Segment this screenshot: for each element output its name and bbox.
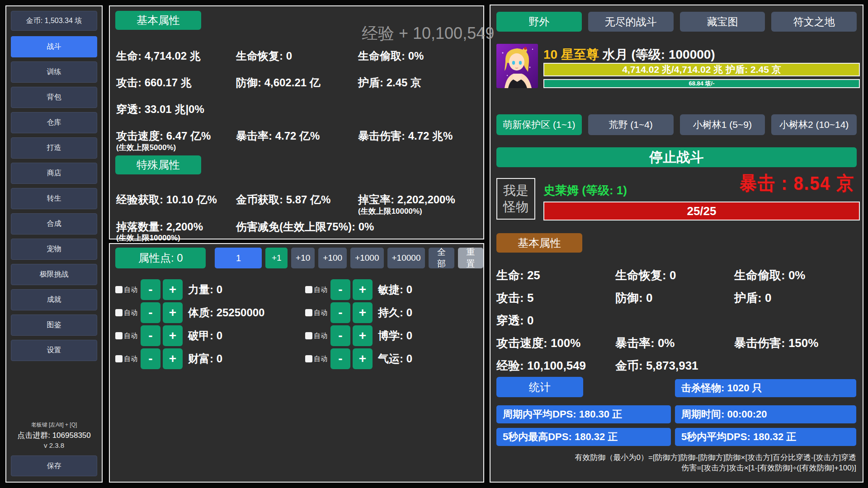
minus-button[interactable]: - <box>141 279 160 300</box>
attribute-points-panel: 属性点: 0 1 +1 +10 +100 +1000 +10000 全部 重置 … <box>109 243 484 483</box>
special-attributes-header-button[interactable]: 特殊属性 <box>115 155 201 174</box>
minus-button[interactable]: - <box>330 325 350 346</box>
sidebar-item-extreme-challenge[interactable]: 极限挑战 <box>11 264 97 285</box>
plus-button[interactable]: + <box>163 325 183 346</box>
amount-plus100-button[interactable]: +100 <box>318 248 347 268</box>
minus-button[interactable]: - <box>330 302 350 323</box>
attr-endurance-value: 持久: 0 <box>378 305 412 320</box>
auto-label: 自动 <box>314 286 327 294</box>
amount-all-button[interactable]: 全部 <box>429 248 454 268</box>
attr-luck-value: 气运: 0 <box>378 352 412 366</box>
auto-checkbox[interactable] <box>115 332 123 339</box>
attr-row-constitution: 自动 - + 体质: 25250000 <box>115 302 305 323</box>
sidebar-item-rebirth[interactable]: 转生 <box>11 188 97 209</box>
auto-label: 自动 <box>124 355 137 363</box>
auto-checkbox[interactable] <box>115 286 123 293</box>
plus-button[interactable]: + <box>163 279 183 300</box>
attr-row-endurance: 自动 - + 持久: 0 <box>305 302 480 323</box>
auto-label: 自动 <box>124 332 137 340</box>
auto-checkbox[interactable] <box>305 286 312 293</box>
max-dps-5s-box: 5秒内最高DPS: 180.32 正 <box>496 428 671 446</box>
attr-row-armor-break: 自动 - + 破甲: 0 <box>115 325 305 346</box>
plus-button[interactable]: + <box>353 325 373 346</box>
sidebar-item-synthesis[interactable]: 合成 <box>11 213 97 235</box>
gold-display: 金币: 1,503.34 垓 <box>11 11 97 31</box>
enemy-stat-crit-damage: 暴击伤害: 150% <box>734 335 818 351</box>
crit-damage-popup: 暴击 : 8.54 京 <box>740 170 854 196</box>
auto-checkbox[interactable] <box>305 332 312 339</box>
location-grove-1[interactable]: 小树林1 (5~9) <box>680 114 765 135</box>
player-exp-bar: 68.84 垓/- <box>543 79 860 88</box>
cycle-time-box: 周期时间: 00:00:20 <box>675 405 856 423</box>
tab-treasure-map[interactable]: 藏宝图 <box>680 12 765 32</box>
amount-plus1000-button[interactable]: +1000 <box>350 248 383 268</box>
points-remaining-label: 属性点: 0 <box>115 248 206 268</box>
statistics-button[interactable]: 统计 <box>496 377 583 397</box>
reset-button[interactable]: 重置 <box>458 248 483 268</box>
player-hp-bar: 4,714.02 兆/4,714.02 兆 护盾: 2.45 京 <box>543 63 860 76</box>
avg-dps-5s-box: 5秒内平均DPS: 180.32 正 <box>675 428 856 446</box>
sidebar-item-pets[interactable]: 宠物 <box>11 239 97 260</box>
amount-plus10-button[interactable]: +10 <box>291 248 315 268</box>
stat-shield: 护盾: 2.45 京 <box>358 75 421 90</box>
location-newbie-zone[interactable]: 萌新保护区 (1~1) <box>496 114 582 135</box>
enemy-name-level: 史莱姆 (等级: 1) <box>543 183 627 198</box>
auto-label: 自动 <box>314 309 327 317</box>
plus-button[interactable]: + <box>353 302 373 323</box>
basic-attributes-header-button[interactable]: 基本属性 <box>115 11 201 30</box>
plus-button[interactable]: + <box>353 348 373 369</box>
attr-row-luck: 自动 - + 气运: 0 <box>305 348 480 369</box>
player-star-rank: 10 星至尊 <box>543 47 599 61</box>
tab-wilderness[interactable]: 野外 <box>496 12 582 32</box>
i-am-monster-button[interactable]: 我是 怪物 <box>496 178 535 220</box>
stat-crit-damage: 暴击伤害: 4.72 兆% <box>358 129 453 143</box>
save-button[interactable]: 保存 <box>11 455 97 476</box>
stat-exp-gain: 经验获取: 10.10 亿% <box>116 192 217 207</box>
sidebar: 金币: 1,503.34 垓 战斗 训练 背包 仓库 打造 商店 转生 合成 宠… <box>5 5 103 483</box>
sidebar-item-achievements[interactable]: 成就 <box>11 289 97 310</box>
amount-1-button[interactable]: 1 <box>215 248 262 268</box>
amount-plus1-button[interactable]: +1 <box>265 248 288 268</box>
sidebar-item-backpack[interactable]: 背包 <box>11 87 97 108</box>
plus-button[interactable]: + <box>353 279 373 300</box>
attr-row-strength: 自动 - + 力量: 0 <box>115 279 305 300</box>
stop-battle-button[interactable]: 停止战斗 <box>496 147 857 167</box>
sidebar-item-collection[interactable]: 图鉴 <box>11 314 97 336</box>
minus-button[interactable]: - <box>141 325 160 346</box>
damage-formula-note: 有效防御（最小为0）=[防御方]防御-[防御方]防御×[攻击方]百分比穿透-[攻… <box>575 453 856 474</box>
sidebar-item-warehouse[interactable]: 仓库 <box>11 112 97 133</box>
enemy-basic-attributes-button[interactable]: 基本属性 <box>496 233 582 253</box>
auto-label: 自动 <box>314 355 327 363</box>
enemy-stat-penetration: 穿透: 0 <box>496 313 533 328</box>
formula-line-2: 伤害=[攻击方]攻击×[1-[有效防御]÷([有效防御]+100)] <box>575 463 856 474</box>
group-join-link[interactable]: 点击进群: 106958350 <box>6 430 102 441</box>
auto-checkbox[interactable] <box>115 355 123 362</box>
tab-endless-battle[interactable]: 无尽的战斗 <box>588 12 674 32</box>
game-root: 经验 + 10,100,549 金币: 1,503.34 垓 战斗 训练 背包 … <box>0 0 868 488</box>
minus-button[interactable]: - <box>330 279 350 300</box>
stat-lifesteal: 生命偷取: 0% <box>358 49 424 63</box>
minus-button[interactable]: - <box>141 302 160 323</box>
auto-checkbox[interactable] <box>115 309 123 316</box>
sidebar-item-forge[interactable]: 打造 <box>11 137 97 159</box>
plus-button[interactable]: + <box>163 348 183 369</box>
location-grove-2[interactable]: 小树林2 (10~14) <box>771 114 857 135</box>
sidebar-item-training[interactable]: 训练 <box>11 61 97 83</box>
sidebar-item-battle[interactable]: 战斗 <box>11 36 97 57</box>
minus-button[interactable]: - <box>330 348 350 369</box>
stat-damage-reduction: 伤害减免(生效上限75%): 0% <box>236 220 374 234</box>
amount-plus10000-button[interactable]: +10000 <box>387 248 425 268</box>
auto-checkbox[interactable] <box>305 309 312 316</box>
plus-button[interactable]: + <box>163 302 183 323</box>
tab-rune-land[interactable]: 符文之地 <box>771 12 857 32</box>
sidebar-item-shop[interactable]: 商店 <box>11 163 97 184</box>
sidebar-item-settings[interactable]: 设置 <box>11 340 97 361</box>
enemy-hp-bar: 25/25 <box>543 202 860 221</box>
enemy-stat-defense: 防御: 0 <box>615 290 652 306</box>
auto-label: 自动 <box>314 332 327 340</box>
location-wilds[interactable]: 荒野 (1~4) <box>588 114 674 135</box>
auto-checkbox[interactable] <box>305 355 312 362</box>
attr-wealth-value: 财富: 0 <box>188 352 222 366</box>
minus-button[interactable]: - <box>141 348 160 369</box>
stat-attack-speed-cap: (生效上限5000%) <box>116 142 176 153</box>
